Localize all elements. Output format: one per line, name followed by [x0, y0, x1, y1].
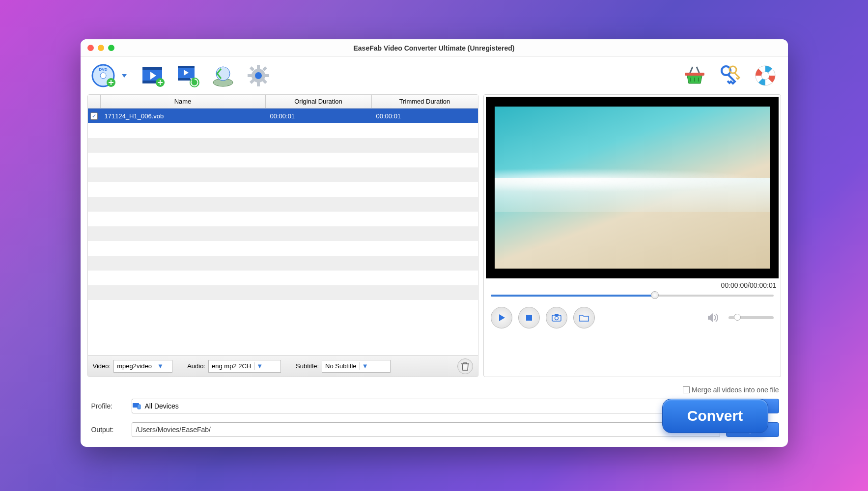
row-name: 171124_H1_006.vob	[101, 112, 266, 120]
chevron-down-icon: ▼	[254, 362, 265, 370]
load-disc-dropdown[interactable]	[122, 74, 127, 78]
titlebar: EaseFab Video Converter Ultimate (Unregi…	[81, 39, 788, 57]
add-video-folder-icon	[175, 63, 200, 88]
table-row-empty	[88, 153, 478, 167]
table-rows: ✓ 171124_H1_006.vob 00:00:01 00:00:01	[88, 109, 478, 355]
table-row-empty	[88, 167, 478, 182]
video-select[interactable]: mpeg2video ▼	[113, 360, 172, 373]
app-window: EaseFab Video Converter Ultimate (Unregi…	[81, 39, 788, 447]
delete-button[interactable]	[457, 358, 473, 374]
row-checkbox[interactable]: ✓	[90, 112, 98, 120]
svg-rect-19	[250, 66, 254, 71]
window-title: EaseFab Video Converter Ultimate (Unregi…	[81, 44, 788, 52]
register-button[interactable]	[716, 62, 744, 89]
merge-checkbox[interactable]	[683, 386, 690, 393]
help-button[interactable]	[752, 62, 779, 89]
video-label: Video:	[93, 362, 111, 370]
volume-icon	[707, 312, 719, 323]
merge-label: Merge all videos into one file	[692, 386, 779, 394]
camera-icon	[552, 314, 561, 322]
output-path-field[interactable]: /Users/Movies/EaseFab/	[132, 422, 720, 437]
svg-point-31	[555, 317, 558, 320]
player-controls	[486, 303, 779, 332]
audio-select[interactable]: eng mp2 2CH ▼	[208, 360, 281, 373]
merge-row: Merge all videos into one file	[81, 382, 788, 394]
table-row-empty	[88, 197, 478, 212]
play-button[interactable]	[491, 307, 512, 328]
audio-label: Audio:	[187, 362, 205, 370]
svg-rect-5	[142, 67, 162, 70]
profile-select[interactable]: All Devices ▼	[132, 399, 720, 413]
svg-rect-16	[257, 82, 260, 86]
audio-value: eng mp2 2CH	[209, 362, 254, 370]
buy-button[interactable]	[681, 62, 708, 89]
output-path-value: /Users/Movies/EaseFab/	[132, 426, 707, 434]
seek-thumb[interactable]	[651, 291, 659, 299]
preview-image	[495, 107, 770, 269]
seek-slider-wrap	[486, 291, 779, 303]
svg-rect-29	[526, 315, 532, 321]
trash-icon	[461, 362, 469, 371]
table-row-empty	[88, 123, 478, 138]
svg-text:DVD: DVD	[99, 67, 107, 72]
snapshot-button[interactable]	[546, 307, 567, 328]
svg-rect-34	[138, 405, 140, 409]
volume-button[interactable]	[707, 312, 719, 323]
add-video-folder-button[interactable]	[174, 62, 201, 89]
svg-point-13	[216, 67, 230, 81]
play-icon	[497, 313, 506, 322]
stop-icon	[525, 314, 533, 322]
table-row[interactable]: ✓ 171124_H1_006.vob 00:00:01 00:00:01	[88, 109, 478, 123]
keys-icon	[718, 64, 742, 87]
table-row-empty	[88, 271, 478, 285]
settings-gear-button[interactable]	[245, 62, 272, 89]
file-list-panel: Name Original Duration Trimmed Duration …	[87, 94, 478, 377]
svg-point-1	[100, 73, 106, 79]
volume-thumb[interactable]	[734, 314, 741, 321]
table-row-empty	[88, 138, 478, 153]
svg-rect-21	[262, 66, 267, 71]
column-trimmed-duration[interactable]: Trimmed Duration	[372, 95, 478, 108]
table-row-empty	[88, 226, 478, 241]
load-disc-button[interactable]: DVD	[89, 62, 117, 89]
load-disc-icon: DVD	[90, 63, 116, 88]
volume-slider[interactable]	[728, 316, 774, 319]
preview-viewport	[486, 97, 779, 278]
preview-panel: 00:00:00/00:00:01	[483, 94, 781, 377]
table-header: Name Original Duration Trimmed Duration	[88, 95, 478, 109]
column-name[interactable]: Name	[101, 95, 266, 108]
svg-rect-17	[248, 74, 252, 77]
subtitle-value: No Subtitle	[322, 362, 360, 370]
subtitle-select[interactable]: No Subtitle ▼	[322, 360, 391, 373]
download-button[interactable]	[209, 62, 237, 89]
main-toolbar: DVD	[81, 57, 788, 94]
table-row-empty	[88, 182, 478, 197]
convert-button[interactable]: Convert	[662, 399, 768, 433]
shopping-basket-icon	[683, 64, 706, 87]
table-row-empty	[88, 285, 478, 300]
column-checkbox[interactable]	[88, 95, 101, 108]
devices-icon	[132, 403, 144, 409]
life-ring-icon	[754, 64, 777, 87]
add-video-icon	[140, 63, 165, 88]
content-area: Name Original Duration Trimmed Duration …	[81, 94, 788, 382]
svg-point-28	[761, 72, 769, 80]
seek-slider[interactable]	[491, 293, 774, 298]
svg-rect-32	[555, 314, 559, 316]
download-icon	[210, 63, 236, 88]
chevron-down-icon: ▼	[360, 362, 370, 370]
output-label: Output:	[91, 426, 126, 434]
column-original-duration[interactable]: Original Duration	[266, 95, 372, 108]
svg-rect-18	[264, 74, 269, 77]
open-snapshot-folder-button[interactable]	[573, 307, 595, 328]
chevron-down-icon: ▼	[155, 362, 166, 370]
preview-time: 00:00:00/00:00:01	[486, 278, 779, 291]
table-row-empty	[88, 241, 478, 256]
add-video-button[interactable]	[139, 62, 166, 89]
settings-gear-icon	[246, 63, 271, 88]
stop-button[interactable]	[518, 307, 540, 328]
svg-rect-15	[257, 65, 260, 70]
profile-label: Profile:	[91, 402, 126, 410]
row-trimmed-duration: 00:00:01	[372, 112, 478, 120]
profile-value: All Devices	[144, 402, 708, 410]
